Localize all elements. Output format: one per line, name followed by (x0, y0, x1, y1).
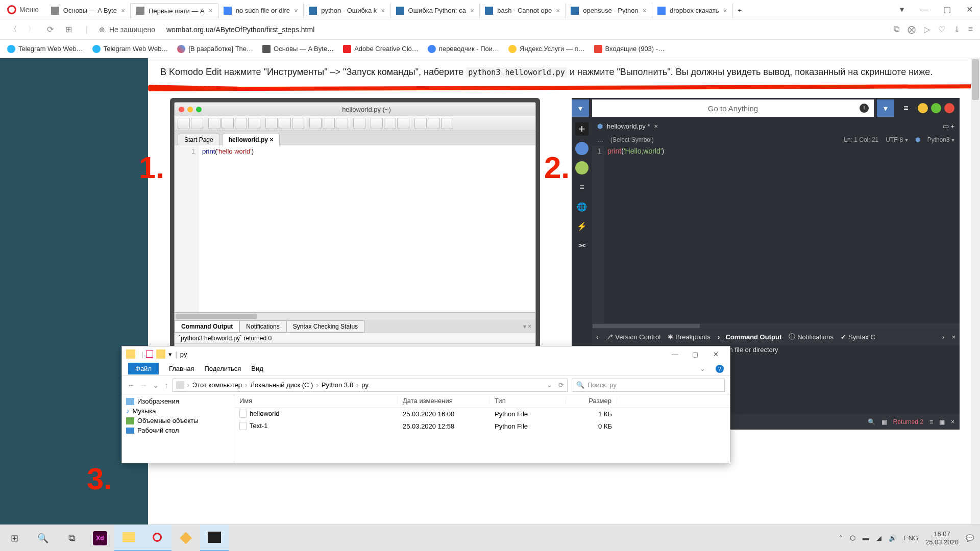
vpn-icon[interactable]: ▷ (924, 24, 930, 34)
clock[interactable]: 16:07 25.03.2020 (925, 530, 959, 546)
tree-item[interactable]: Объемные объекты (126, 416, 230, 425)
close-icon[interactable]: × (643, 7, 647, 15)
maximize-button[interactable]: ▢ (685, 350, 705, 358)
select-symbol: (Select Symbol) (610, 136, 654, 143)
close-icon[interactable]: × (294, 7, 298, 15)
refresh-icon[interactable]: ⟳ (558, 381, 564, 389)
bookmark-item[interactable]: [В разработке] The… (177, 45, 253, 53)
tab-3[interactable]: python - Ошибка k× (304, 3, 390, 18)
file-row[interactable]: helloworld 25.03.2020 16:00 Python File … (234, 408, 730, 420)
tab-7[interactable]: dropbox скачать× (652, 3, 733, 18)
ribbon-home[interactable]: Главная (169, 365, 194, 372)
tray-expand-icon[interactable]: ˄ (839, 534, 843, 542)
tab-overflow-icon[interactable]: ▾ (891, 2, 913, 17)
lang-indicator[interactable]: ENG (904, 534, 918, 542)
battery-icon[interactable]: ▬ (863, 534, 869, 542)
tab-0[interactable]: Основы — A Byte× (46, 3, 131, 18)
col-size[interactable]: Размер (566, 397, 617, 405)
qa-icon[interactable] (146, 350, 153, 358)
tree-item[interactable]: ♪Музыка (126, 406, 230, 416)
start-button[interactable]: ⊞ (0, 525, 29, 552)
qa-dropdown-icon[interactable]: ▾ (168, 350, 172, 358)
minimize-button[interactable]: — (914, 2, 935, 17)
close-icon[interactable]: × (470, 7, 474, 15)
forward-button[interactable]: → (140, 381, 148, 390)
crumb[interactable]: Локальный диск (C:) (250, 381, 313, 389)
bookmark-item[interactable]: Telegram Web Web… (7, 45, 83, 53)
close-icon[interactable]: × (121, 7, 125, 15)
nav-tree[interactable]: Изображения ♪Музыка Объемные объекты Раб… (122, 394, 234, 463)
crumb[interactable]: Этот компьютер (192, 381, 242, 389)
opera-app-icon[interactable] (143, 525, 172, 552)
col-name[interactable]: Имя (234, 397, 398, 405)
crumb[interactable]: py (361, 381, 369, 389)
search-button[interactable]: 🔍 (29, 525, 57, 552)
close-icon[interactable]: × (723, 7, 727, 15)
help-icon[interactable]: ? (716, 365, 724, 373)
bookmark-item[interactable]: Входящие (903) -… (594, 45, 665, 53)
tree-item[interactable]: Изображения (126, 396, 230, 406)
easy-setup-icon[interactable]: ≡ (968, 24, 973, 34)
close-icon[interactable]: × (556, 7, 560, 15)
bookmark-item[interactable]: Adobe Creative Clo… (343, 45, 419, 53)
back-button[interactable]: 〈 (7, 24, 19, 35)
tree-item[interactable]: Рабочий стол (126, 425, 230, 435)
task-view-button[interactable]: ⧉ (57, 525, 86, 552)
minimize-button[interactable]: — (665, 350, 685, 358)
download-icon[interactable]: ⤓ (953, 24, 960, 34)
heart-icon[interactable]: ♡ (938, 24, 945, 34)
new-tab-button[interactable]: + (733, 3, 747, 18)
ribbon-view[interactable]: Вид (251, 365, 263, 372)
up-button[interactable]: ↑ (164, 381, 168, 390)
dropbox-icon[interactable]: ⬡ (850, 534, 855, 542)
reload-button[interactable]: ⟳ (44, 24, 56, 34)
terminal-app-icon[interactable] (200, 525, 229, 552)
menu-label: Меню (19, 6, 39, 14)
speed-dial-icon[interactable]: ⊞ (62, 24, 75, 34)
bookmark-item[interactable]: Яндекс.Услуги — п… (508, 45, 585, 53)
explorer-search[interactable]: 🔍 Поиск: py (572, 379, 725, 392)
snapshot-icon[interactable]: ⧉ (894, 24, 899, 34)
system-tray[interactable]: ˄ ⬡ ▬ ◢ 🔊 ENG 16:07 25.03.2020 💬 (833, 530, 980, 546)
tab-1-active[interactable]: Первые шаги — A× (131, 3, 218, 18)
maximize-button[interactable]: ▢ (936, 2, 958, 17)
page-scrollbar[interactable] (971, 58, 980, 524)
tab-2[interactable]: no such file or dire× (218, 3, 304, 18)
xd-app-icon[interactable]: Xd (86, 525, 114, 552)
taskbar[interactable]: ⊞ 🔍 ⧉ Xd ˄ ⬡ ▬ ◢ 🔊 ENG 16:07 25.03.2020 … (0, 524, 980, 551)
app-icon[interactable] (172, 525, 200, 552)
bookmark-item[interactable]: переводчик - Пои… (428, 45, 499, 53)
wifi-icon[interactable]: ◢ (876, 534, 881, 542)
url-field[interactable]: ⊕ Не защищено wombat.org.ua/AByteOfPytho… (99, 26, 314, 34)
dropdown-icon[interactable]: ⌄ (547, 381, 552, 389)
back-button[interactable]: ← (127, 381, 135, 390)
adblock-icon[interactable]: ⨂ (908, 24, 916, 34)
ribbon-share[interactable]: Поделиться (204, 365, 241, 372)
recent-dropdown-icon[interactable]: ⌄ (153, 381, 159, 390)
col-date[interactable]: Дата изменения (398, 397, 489, 405)
tab-label: bash - Cannot ope (497, 7, 552, 14)
volume-icon[interactable]: 🔊 (889, 534, 897, 542)
close-icon[interactable]: × (209, 7, 213, 15)
crumb[interactable]: Python 3.8 (322, 381, 353, 389)
col-type[interactable]: Тип (489, 397, 566, 405)
close-button[interactable]: ✕ (705, 350, 726, 358)
close-icon[interactable]: × (381, 7, 385, 15)
action-center-icon[interactable]: 💬 (966, 534, 974, 542)
scroll-thumb[interactable] (972, 59, 979, 100)
tab-4[interactable]: Ошибка Python: ca× (391, 3, 480, 18)
breadcrumb[interactable]: ›Этот компьютер ›Локальный диск (C:) ›Py… (173, 379, 568, 392)
ribbon-expand-icon[interactable]: ⌄ (700, 365, 705, 372)
file-row[interactable]: Text-1 25.03.2020 12:58 Python File 0 КБ (234, 420, 730, 432)
tab-5[interactable]: bash - Cannot ope× (480, 3, 566, 18)
column-headers[interactable]: Имя Дата изменения Тип Размер (234, 394, 730, 408)
bookmark-item[interactable]: Telegram Web Web… (92, 45, 168, 53)
close-button[interactable]: ✕ (959, 2, 980, 17)
tab-6[interactable]: opensuse - Python× (566, 3, 652, 18)
explorer-titlebar[interactable]: | ▾ | py — ▢ ✕ (122, 346, 730, 362)
opera-menu-button[interactable]: Меню (0, 0, 46, 19)
bookmark-item[interactable]: Основы — A Byte… (262, 45, 334, 53)
forward-button[interactable]: 〉 (26, 24, 38, 35)
ribbon-file[interactable]: Файл (128, 363, 159, 374)
explorer-app-icon[interactable] (114, 525, 143, 552)
